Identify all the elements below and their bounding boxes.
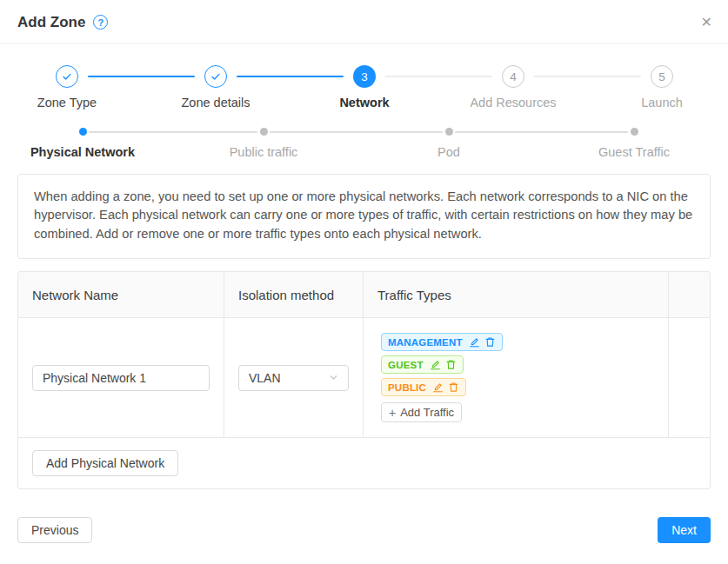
substep-label: Physical Network [0, 145, 174, 159]
page-title: Add Zone [17, 14, 85, 31]
substep-pod[interactable]: Pod [357, 128, 540, 159]
traffic-tag-label: GUEST [388, 360, 424, 370]
table-footer: Add Physical Network [18, 438, 710, 488]
column-header-network-name: Network Name [18, 272, 224, 317]
add-traffic-label: Add Traffic [400, 406, 454, 419]
column-header-label: Isolation method [238, 288, 334, 302]
close-icon[interactable]: ✕ [696, 0, 718, 44]
step-number: 3 [353, 65, 376, 88]
check-circle-icon [56, 65, 78, 88]
selected-option: VLAN [249, 371, 281, 385]
step-number: 4 [502, 65, 524, 88]
title-wrap: Add Zone ? [17, 0, 108, 44]
column-header-label: Traffic Types [377, 288, 451, 302]
step-label: Launch [588, 96, 728, 109]
traffic-tag-guest: GUEST [381, 355, 464, 374]
add-traffic-button[interactable]: + Add Traffic [381, 402, 462, 422]
step-add-resources[interactable]: 4 Add Resources [439, 65, 587, 109]
step-network[interactable]: 3 Network [291, 65, 438, 109]
substep-label: Pod [357, 145, 540, 159]
substep-physical-network[interactable]: Physical Network [0, 128, 174, 159]
traffic-tag-public: PUBLIC [381, 378, 466, 396]
chevron-down-icon [329, 373, 338, 382]
help-icon[interactable]: ? [93, 15, 108, 30]
tag-icons [430, 359, 457, 370]
delete-icon[interactable] [448, 382, 459, 393]
step-number: 5 [651, 65, 673, 88]
tag-icons [469, 336, 496, 348]
step-dot-icon [445, 128, 453, 136]
edit-icon[interactable] [430, 359, 441, 370]
column-header-isolation-method: Isolation method [224, 272, 363, 317]
next-button[interactable]: Next [658, 517, 711, 543]
modal-header: Add Zone ? ✕ [0, 0, 728, 44]
table-row: VLAN MANAGEMENT GUEST [18, 318, 710, 438]
zone-network-description: When adding a zone, you need to set up o… [17, 174, 711, 259]
step-dot-icon [260, 128, 268, 136]
delete-icon[interactable] [484, 336, 496, 348]
step-label: Zone details [142, 96, 290, 109]
step-dot-icon [79, 128, 87, 136]
traffic-tag-label: MANAGEMENT [388, 337, 463, 348]
row-actions-cell [668, 318, 710, 437]
column-header-label: Network Name [32, 288, 118, 302]
physical-network-table: Network Name Isolation method Traffic Ty… [17, 271, 711, 489]
traffic-tag-label: PUBLIC [388, 382, 426, 393]
substep-public-traffic[interactable]: Public traffic [172, 128, 355, 159]
step-zone-type[interactable]: Zone Type [0, 65, 141, 109]
traffic-tag-management: MANAGEMENT [381, 333, 503, 351]
edit-icon[interactable] [469, 336, 480, 348]
isolation-method-cell: VLAN [224, 318, 363, 437]
add-physical-network-button[interactable]: Add Physical Network [32, 450, 178, 476]
previous-button[interactable]: Previous [17, 517, 92, 543]
step-label: Add Resources [439, 96, 587, 109]
edit-icon[interactable] [432, 382, 444, 393]
delete-icon[interactable] [445, 359, 457, 370]
isolation-method-select[interactable]: VLAN [238, 365, 349, 391]
network-name-cell [18, 318, 224, 437]
step-dot-icon [631, 128, 638, 136]
wizard-stepper: Zone Type Zone details 3 Network 4 Add R… [0, 56, 728, 118]
check-circle-icon [204, 65, 227, 88]
step-zone-details[interactable]: Zone details [142, 65, 290, 109]
step-label: Zone Type [0, 96, 141, 109]
column-header-actions [668, 272, 710, 317]
substep-guest-traffic[interactable]: Guest Traffic [543, 128, 725, 159]
network-sub-stepper: Physical Network Public traffic Pod Gues… [0, 116, 728, 170]
network-name-input[interactable] [32, 365, 210, 391]
substep-label: Public traffic [172, 145, 355, 159]
column-header-traffic-types: Traffic Types [363, 272, 668, 317]
step-launch[interactable]: 5 Launch [588, 65, 728, 109]
step-label: Network [291, 96, 438, 109]
table-header-row: Network Name Isolation method Traffic Ty… [18, 272, 710, 318]
tag-icons [432, 382, 459, 393]
traffic-types-cell: MANAGEMENT GUEST [363, 318, 668, 437]
plus-icon: + [389, 407, 396, 419]
substep-label: Guest Traffic [543, 145, 725, 159]
